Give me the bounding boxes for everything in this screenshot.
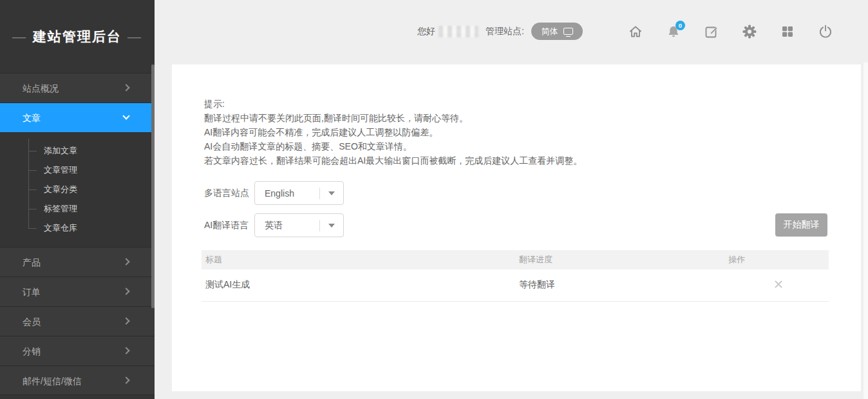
close-icon[interactable] bbox=[771, 277, 786, 291]
title-dash-right: — bbox=[127, 29, 142, 44]
sidebar-item-member[interactable]: 会员 bbox=[0, 306, 155, 336]
edit-icon[interactable] bbox=[704, 24, 719, 39]
greeting-text: 您好 bbox=[417, 26, 435, 37]
tips-line: AI翻译内容可能会不精准，完成后建议人工调整以防偏差。 bbox=[204, 125, 582, 139]
tips-line: 翻译过程中请不要关闭此页面,翻译时间可能比较长，请耐心等待。 bbox=[204, 111, 582, 125]
sidebar-item-label: 产品 bbox=[23, 257, 41, 268]
chevron-right-icon bbox=[122, 287, 129, 295]
tips-line: 若文章内容过长，翻译结果可能会超出AI最大输出窗口而被截断，完成后建议人工查看并… bbox=[204, 153, 582, 168]
chevron-right-icon bbox=[122, 317, 129, 324]
sidebar-item-label: 站点概况 bbox=[23, 83, 59, 93]
ai-language-label: AI翻译语言 bbox=[204, 220, 254, 231]
sidebar-item-label: 文章 bbox=[23, 113, 41, 123]
caret-down-icon bbox=[328, 191, 335, 195]
app-title: — 建站管理后台 — bbox=[0, 0, 155, 73]
sidebar-item-label: 订单 bbox=[23, 287, 41, 297]
site-language-label: 简体 bbox=[542, 26, 558, 37]
content-scrollbar[interactable] bbox=[863, 63, 868, 399]
chevron-right-icon bbox=[122, 376, 129, 384]
sidebar-subitem-add-article[interactable]: 添加文章 bbox=[0, 141, 155, 161]
sidebar-scrollbar[interactable] bbox=[151, 64, 155, 308]
sidebar-item-label: 分销 bbox=[23, 346, 41, 356]
sidebar-submenu-article: 添加文章 文章管理 文章分类 标签管理 文章仓库 bbox=[0, 132, 155, 247]
sidebar-item-label: 会员 bbox=[23, 316, 41, 327]
tips-line: AI会自动翻译文章的标题、摘要、SEO和文章详情。 bbox=[204, 139, 582, 153]
sidebar-item-distribution[interactable]: 分销 bbox=[0, 336, 155, 365]
sidebar-subitem-article-manage[interactable]: 文章管理 bbox=[0, 161, 155, 180]
app-title-text: 建站管理后台 bbox=[33, 28, 122, 46]
site-language-pill[interactable]: 简体 bbox=[531, 23, 583, 40]
sidebar-item-article[interactable]: 文章 bbox=[0, 102, 155, 132]
multilang-site-value: English bbox=[255, 188, 319, 199]
sidebar-menu: 站点概况 文章 添加文章 文章管理 文章分类 标签管理 文章仓库 产品 订单 会… bbox=[0, 73, 155, 395]
sidebar-subitem-tag-manage[interactable]: 标签管理 bbox=[0, 199, 155, 219]
grid-icon[interactable] bbox=[780, 24, 795, 39]
cell-article-title: 测试AI生成 bbox=[202, 269, 515, 301]
column-header-title: 标题 bbox=[202, 250, 515, 269]
monitor-icon bbox=[563, 28, 573, 35]
chevron-right-icon bbox=[122, 84, 129, 91]
table-header-row: 标题 翻译进度 操作 bbox=[202, 250, 829, 269]
ai-language-select[interactable]: 英语 bbox=[254, 213, 344, 237]
multilang-site-label: 多语言站点 bbox=[204, 188, 254, 199]
sidebar: — 建站管理后台 — 站点概况 文章 添加文章 文章管理 文章分类 标签管理 文… bbox=[0, 0, 155, 399]
manage-site-label: 管理站点: bbox=[486, 26, 524, 37]
sidebar-item-overview[interactable]: 站点概况 bbox=[0, 73, 155, 102]
start-translate-button[interactable]: 开始翻译 bbox=[775, 213, 827, 237]
translation-table: 标题 翻译进度 操作 测试AI生成 等待翻译 bbox=[202, 250, 829, 302]
multilang-site-select[interactable]: English bbox=[254, 181, 344, 205]
select-caret-zone bbox=[320, 191, 343, 195]
chevron-right-icon bbox=[122, 258, 129, 265]
sidebar-subitem-article-repo[interactable]: 文章仓库 bbox=[0, 219, 155, 238]
sidebar-item-mail-sms-wechat[interactable]: 邮件/短信/微信 bbox=[0, 365, 155, 395]
main-card: 提示: 翻译过程中请不要关闭此页面,翻译时间可能比较长，请耐心等待。 AI翻译内… bbox=[172, 64, 861, 391]
notification-badge: 0 bbox=[675, 21, 685, 30]
sidebar-subitem-article-category[interactable]: 文章分类 bbox=[0, 180, 155, 199]
topbar: 您好 管理站点: 简体 0 bbox=[155, 0, 868, 63]
sidebar-item-order[interactable]: 订单 bbox=[0, 277, 155, 306]
ai-language-value: 英语 bbox=[255, 220, 319, 231]
multilang-site-row: 多语言站点 English bbox=[204, 181, 344, 205]
tips-title: 提示: bbox=[204, 97, 582, 111]
ai-language-row: AI翻译语言 英语 bbox=[204, 213, 344, 237]
power-icon[interactable] bbox=[818, 24, 833, 39]
title-dash-left: — bbox=[12, 29, 27, 44]
username-redacted bbox=[439, 26, 478, 37]
chevron-down-icon bbox=[122, 112, 129, 119]
sidebar-item-label: 邮件/短信/微信 bbox=[23, 376, 82, 386]
sidebar-item-product[interactable]: 产品 bbox=[0, 247, 155, 277]
column-header-action: 操作 bbox=[728, 250, 829, 269]
gear-icon[interactable] bbox=[742, 24, 757, 39]
bell-icon[interactable]: 0 bbox=[666, 24, 681, 39]
column-header-progress: 翻译进度 bbox=[515, 250, 728, 269]
caret-down-icon bbox=[328, 224, 335, 228]
cell-progress: 等待翻译 bbox=[515, 269, 728, 301]
home-icon[interactable] bbox=[628, 24, 643, 39]
tips-block: 提示: 翻译过程中请不要关闭此页面,翻译时间可能比较长，请耐心等待。 AI翻译内… bbox=[204, 97, 582, 168]
table-row: 测试AI生成 等待翻译 bbox=[202, 269, 829, 301]
chevron-right-icon bbox=[122, 347, 129, 354]
select-caret-zone bbox=[320, 224, 343, 228]
